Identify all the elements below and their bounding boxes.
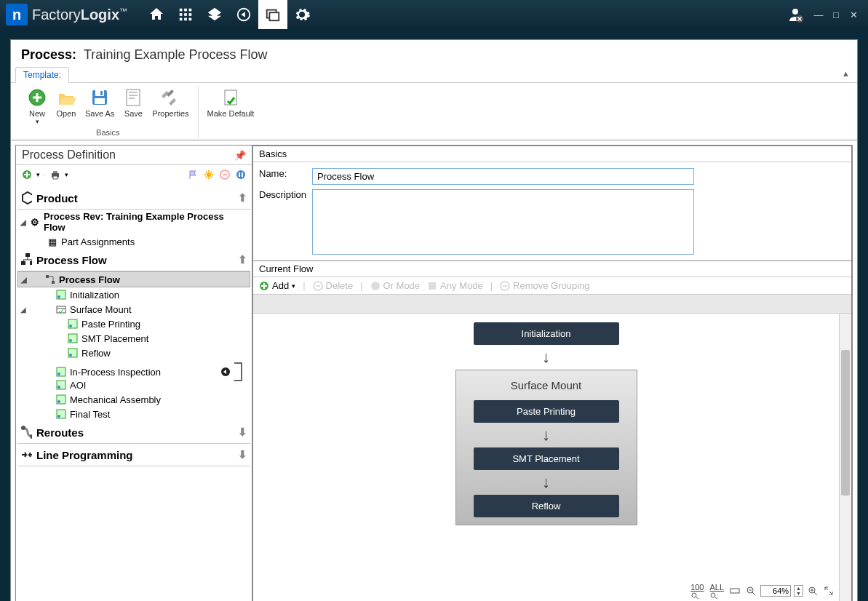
- flow-canvas[interactable]: Initialization ↓ Surface Mount Paste Pri…: [253, 314, 839, 601]
- tree-item[interactable]: ◢ Surface Mount: [17, 302, 250, 317]
- tree-part-assignments[interactable]: ▦ Part Assignments: [17, 234, 250, 249]
- grid-icon[interactable]: [171, 0, 200, 29]
- home-icon[interactable]: [142, 0, 171, 29]
- zoom-fit-width-button[interactable]: [728, 586, 741, 596]
- tree-process-rev[interactable]: ◢ ⚙ Process Rev: Training Example Proces…: [17, 210, 250, 234]
- close-button[interactable]: ✕: [845, 6, 862, 23]
- up-arrow-icon[interactable]: ⬆: [238, 253, 247, 266]
- pin-icon[interactable]: 📌: [234, 150, 246, 161]
- down-arrow-icon[interactable]: ⬇: [238, 426, 247, 439]
- step-icon: [67, 318, 79, 330]
- target-icon[interactable]: [229, 0, 258, 29]
- svg-point-28: [236, 170, 245, 179]
- basics-box: Basics Name: Description: [252, 146, 852, 261]
- properties-button[interactable]: Properties: [148, 86, 193, 127]
- step-icon: [55, 379, 67, 391]
- gear-icon[interactable]: [287, 0, 316, 29]
- new-button[interactable]: New▾: [23, 86, 52, 127]
- print-dropdown[interactable]: ▾: [65, 171, 68, 178]
- svg-rect-3: [180, 13, 183, 16]
- remove-icon[interactable]: [218, 168, 231, 181]
- section-product[interactable]: Product ⬆: [17, 187, 250, 210]
- flow-group-surface-mount[interactable]: Surface Mount Paste Printing ↓ SMT Place…: [455, 370, 637, 525]
- tree-item[interactable]: Reflow: [17, 346, 250, 360]
- section-line-programming[interactable]: Line Programming ⬇: [17, 444, 250, 466]
- save-as-button[interactable]: Save As: [81, 86, 119, 127]
- down-arrow-icon[interactable]: ⬇: [238, 448, 247, 461]
- step-icon: [55, 289, 67, 300]
- flow-node-initialization[interactable]: Initialization: [474, 322, 619, 345]
- add-button[interactable]: Add ▾: [259, 280, 295, 291]
- tree-item[interactable]: Mechanical Assembly: [17, 392, 250, 407]
- arrow-down-icon: ↓: [542, 349, 550, 365]
- tree-item[interactable]: Final Test: [17, 407, 250, 421]
- layers-icon[interactable]: [200, 0, 229, 29]
- section-process-flow[interactable]: Process Flow ⬆: [17, 249, 250, 271]
- flow-title: Current Flow: [253, 261, 851, 277]
- bracket-icon: [233, 362, 243, 382]
- flag-icon[interactable]: [186, 168, 199, 181]
- ribbon-collapse-icon[interactable]: ▲: [842, 69, 850, 78]
- up-arrow-icon[interactable]: ⬆: [238, 191, 247, 204]
- svg-rect-29: [25, 253, 30, 257]
- flow-node-paste[interactable]: Paste Printing: [474, 400, 619, 423]
- panel-title: Process Definition 📌: [16, 146, 252, 165]
- user-icon[interactable]: [781, 0, 810, 29]
- pause-icon[interactable]: [234, 168, 247, 181]
- zoom-out-button[interactable]: [744, 586, 757, 596]
- section-reroutes[interactable]: Reroutes ⬇: [17, 421, 250, 444]
- basics-title: Basics: [253, 146, 851, 162]
- tree-item[interactable]: Paste Printing: [17, 317, 250, 331]
- open-button[interactable]: Open: [52, 86, 81, 127]
- scroll-thumb[interactable]: [841, 350, 850, 495]
- zoom-expand-button[interactable]: [822, 586, 835, 596]
- print-icon[interactable]: [49, 168, 62, 181]
- svg-point-56: [371, 282, 380, 290]
- tree-item[interactable]: SMT Placement: [17, 331, 250, 346]
- svg-rect-0: [180, 9, 183, 12]
- svg-rect-57: [429, 282, 436, 290]
- description-field[interactable]: [312, 189, 694, 255]
- tab-template[interactable]: Template:: [15, 67, 69, 83]
- name-field[interactable]: [312, 168, 694, 185]
- gear-small-icon[interactable]: [202, 168, 215, 181]
- zoom-spinner[interactable]: ▲▼: [794, 585, 803, 597]
- add-icon[interactable]: [20, 168, 33, 181]
- svg-point-44: [57, 373, 60, 375]
- flow-icon: [20, 254, 32, 266]
- make-default-button[interactable]: Make Default: [203, 86, 259, 119]
- line-prog-icon: [20, 449, 32, 461]
- svg-rect-16: [95, 90, 104, 96]
- ribbon-group-default: Make Default: [199, 86, 263, 138]
- open-icon: [56, 87, 76, 108]
- zoom-input[interactable]: [760, 585, 791, 597]
- zoom-all-button[interactable]: ALL: [708, 583, 725, 599]
- header-value: Training Example Process Flow: [84, 47, 267, 63]
- tree-process-flow-root[interactable]: ◢ Process Flow: [17, 271, 250, 287]
- maximize-button[interactable]: □: [827, 6, 845, 23]
- header-label: Process:: [21, 47, 76, 63]
- minimize-button[interactable]: —: [810, 6, 827, 23]
- loop-icon[interactable]: [220, 366, 231, 378]
- svg-rect-5: [189, 13, 192, 16]
- step-icon: [55, 408, 67, 420]
- main-window: Process: Training Example Process Flow T…: [10, 39, 858, 601]
- flow-node-smt[interactable]: SMT Placement: [474, 447, 619, 470]
- svg-rect-31: [30, 261, 32, 265]
- any-mode-button: Any Mode: [427, 280, 483, 291]
- windows-icon[interactable]: [258, 0, 287, 29]
- zoom-in-button[interactable]: [806, 586, 819, 596]
- svg-rect-19: [127, 89, 140, 106]
- zoom-100-button[interactable]: 100: [689, 583, 705, 599]
- svg-point-42: [69, 354, 72, 357]
- save-button[interactable]: Save: [119, 86, 148, 127]
- svg-rect-61: [730, 589, 739, 593]
- tree-item[interactable]: AOI: [17, 378, 250, 392]
- svg-point-52: [21, 426, 25, 430]
- ribbon-tabs: Template: ▲: [11, 67, 857, 83]
- flow-node-reflow[interactable]: Reflow: [474, 495, 619, 517]
- add-dropdown[interactable]: ▾: [36, 171, 40, 178]
- tree-item[interactable]: Initialization: [17, 287, 250, 302]
- flow-small-icon: [44, 274, 56, 285]
- vertical-scrollbar[interactable]: [839, 314, 851, 601]
